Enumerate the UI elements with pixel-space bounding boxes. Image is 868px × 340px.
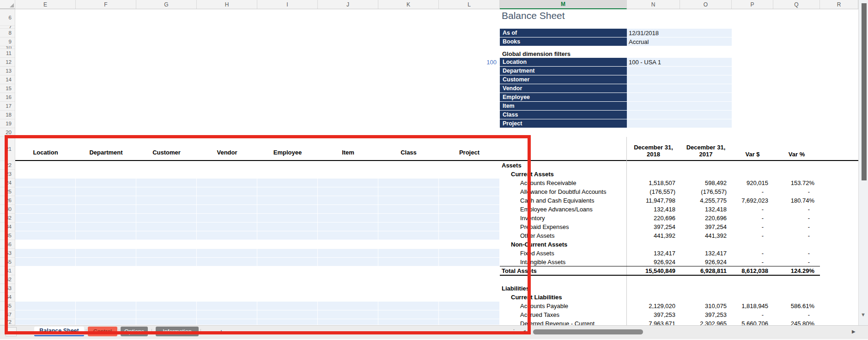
filter-value-item[interactable]	[627, 102, 732, 110]
sheet-nav-button[interactable]: ›	[6, 327, 17, 336]
sheet-tab-balance-sheet[interactable]: Balance Sheet	[34, 327, 84, 336]
column-header-P[interactable]: P	[732, 0, 773, 9]
row-header-64[interactable]: 64	[0, 293, 15, 302]
column-header-J[interactable]: J	[318, 0, 378, 9]
horizontal-scrollbar-thumb[interactable]	[533, 329, 643, 334]
value-25-Q: -	[773, 187, 820, 196]
row-header-16[interactable]: 16	[0, 93, 15, 102]
filter-value-class[interactable]	[627, 111, 732, 119]
row-header-11[interactable]: 11	[0, 49, 15, 58]
add-sheet-button[interactable]: +	[216, 328, 226, 337]
row-header-67[interactable]: 67	[0, 310, 15, 319]
filter-value-books[interactable]: Accrual	[627, 37, 732, 46]
column-header-F[interactable]: F	[76, 0, 136, 9]
select-all-corner[interactable]	[0, 0, 15, 9]
filter-value-department[interactable]	[627, 67, 732, 75]
row-header-20[interactable]: 20	[0, 128, 15, 137]
row-header-19[interactable]: 19	[0, 119, 15, 128]
row-header-32[interactable]: 32	[0, 214, 15, 223]
empty-cell	[15, 214, 75, 222]
sheet-tab-information[interactable]: Information	[156, 327, 199, 336]
empty-cell	[197, 302, 257, 310]
column-header-R[interactable]: R	[820, 0, 858, 9]
sheet-grid: Balance Sheet Global dimension filters D…	[15, 9, 868, 327]
excel-workbook-window: EFGHIJKLMNOPQR 6789101112131415161718192…	[0, 0, 868, 340]
empty-cell	[318, 231, 378, 240]
filter-label-employee: Employee	[500, 93, 627, 101]
scroll-left-icon[interactable]: ◀	[522, 329, 526, 334]
empty-cell	[318, 319, 378, 325]
value-30-O: 132,418	[680, 205, 732, 214]
filter-value-as-of[interactable]: 12/31/2018	[627, 29, 732, 37]
account-label-22: Assets	[502, 161, 522, 170]
row-header-30[interactable]: 30	[0, 205, 15, 214]
row-header-22[interactable]: 22	[0, 161, 15, 170]
column-header-Q[interactable]: Q	[773, 0, 820, 9]
row-header-17[interactable]: 17	[0, 102, 15, 111]
row-header-8[interactable]: 8	[0, 29, 15, 37]
vertical-scrollbar[interactable]: ▼	[858, 0, 868, 325]
account-label-63: Liabilities	[502, 284, 529, 293]
column-header-O[interactable]: O	[680, 0, 732, 9]
dimension-header-customer: Customer	[136, 137, 197, 160]
column-header-K[interactable]: K	[378, 0, 439, 9]
row-header-61[interactable]: 61	[0, 266, 15, 275]
filter-value-customer[interactable]	[627, 75, 732, 84]
row-header-26[interactable]: 26	[0, 196, 15, 205]
column-header-L[interactable]: L	[439, 0, 500, 9]
row-header-53[interactable]: 53	[0, 249, 15, 258]
empty-cell	[197, 214, 257, 222]
value-67-P: -	[732, 310, 773, 319]
row-header-65[interactable]: 65	[0, 302, 15, 310]
account-label-26: Cash and Cash Equivalents	[520, 196, 594, 205]
scroll-right-icon[interactable]: ▶	[852, 329, 856, 334]
row-header-14[interactable]: 14	[0, 75, 15, 84]
empty-cells-stripe-row-65	[15, 302, 500, 310]
empty-cell	[76, 187, 136, 196]
empty-cell	[197, 196, 257, 204]
column-header-N[interactable]: N	[627, 0, 680, 9]
column-header-I[interactable]: I	[257, 0, 318, 9]
sheet-tab-control[interactable]: Control	[88, 327, 117, 336]
row-header-23[interactable]: 23	[0, 170, 15, 179]
tab-splitter-icon[interactable]: ⋮	[511, 328, 517, 335]
row-header-12[interactable]: 12	[0, 58, 15, 67]
row-header-63[interactable]: 63	[0, 284, 15, 293]
scroll-down-icon[interactable]: ▼	[861, 312, 866, 317]
column-header-E[interactable]: E	[15, 0, 76, 9]
row-header-18[interactable]: 18	[0, 111, 15, 119]
filter-value-employee[interactable]	[627, 93, 732, 101]
row-header-72[interactable]: 72	[0, 319, 15, 325]
empty-cell	[378, 310, 438, 319]
column-header-G[interactable]: G	[136, 0, 197, 9]
row-header-25[interactable]: 25	[0, 187, 15, 196]
empty-cell	[257, 249, 317, 257]
filter-value-vendor[interactable]	[627, 84, 732, 93]
row-header-9[interactable]: 9	[0, 37, 15, 46]
row-header-6[interactable]: 6	[0, 9, 15, 26]
column-header-H[interactable]: H	[197, 0, 257, 9]
empty-cell	[76, 258, 136, 266]
filter-value-location[interactable]: 100 - USA 1	[627, 58, 732, 66]
row-header-13[interactable]: 13	[0, 67, 15, 75]
empty-cell	[439, 187, 499, 196]
tab-divider	[152, 329, 152, 334]
empty-cell	[136, 249, 196, 257]
row-header-46[interactable]: 46	[0, 240, 15, 249]
row-header-35[interactable]: 35	[0, 231, 15, 240]
row-header-62[interactable]: 62	[0, 275, 15, 284]
row-header-55[interactable]: 55	[0, 258, 15, 266]
account-label-53: Fixed Assets	[520, 249, 554, 258]
empty-cell	[76, 231, 136, 240]
row-header-21[interactable]: 21	[0, 137, 15, 161]
account-label-72: Deferred Revenue - Current	[520, 319, 595, 325]
vertical-scrollbar-thumb[interactable]	[862, 3, 867, 180]
row-header-34[interactable]: 34	[0, 223, 15, 231]
empty-cell	[76, 319, 136, 325]
filter-value-project[interactable]	[627, 119, 732, 128]
column-header-M[interactable]: M	[500, 0, 627, 9]
row-header-24[interactable]: 24	[0, 179, 15, 187]
sheet-tab-options[interactable]: Options	[121, 327, 148, 336]
empty-cell	[439, 231, 499, 240]
row-header-15[interactable]: 15	[0, 84, 15, 93]
